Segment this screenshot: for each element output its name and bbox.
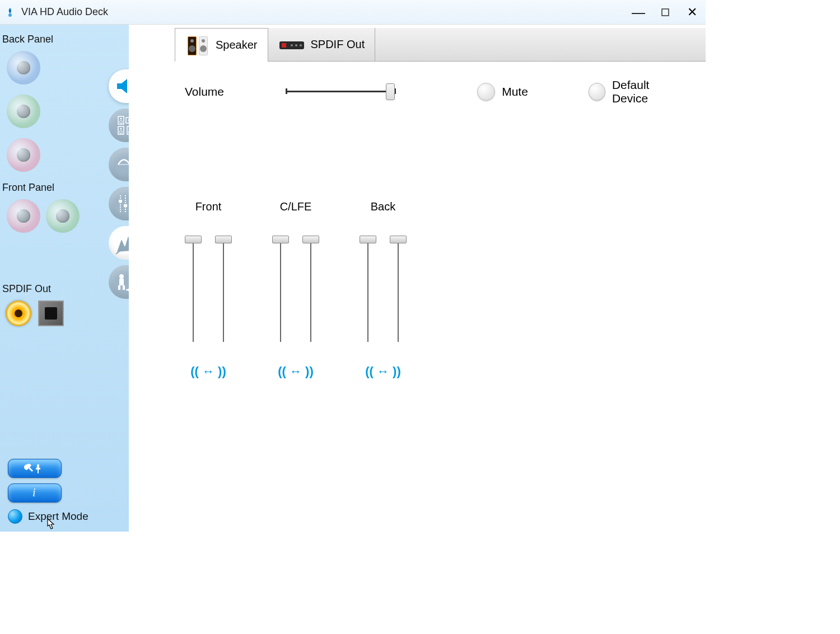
svg-rect-29 xyxy=(119,200,122,203)
device-tab-spdif[interactable]: SPDIF Out xyxy=(268,28,376,61)
back-jack-mic[interactable] xyxy=(7,138,40,172)
app-icon xyxy=(3,6,17,19)
mute-label: Mute xyxy=(502,85,528,98)
svg-rect-1 xyxy=(662,9,669,16)
expert-mode-indicator xyxy=(8,509,22,524)
info-button[interactable]: i xyxy=(8,483,62,502)
front-jack-mic[interactable] xyxy=(7,199,40,233)
window-close-button[interactable]: ✕ xyxy=(679,0,706,25)
channel-front-label: Front xyxy=(195,200,222,213)
window-minimize-button[interactable]: — xyxy=(625,0,652,25)
svg-rect-63 xyxy=(282,43,286,48)
device-tab-spdif-label: SPDIF Out xyxy=(311,38,365,51)
mute-radio[interactable]: Mute xyxy=(477,83,528,101)
main-area: Speaker SPDIF Out Volume Mute xyxy=(129,25,706,532)
svg-rect-31 xyxy=(124,204,127,207)
channel-front: Front (( ↔ )) xyxy=(185,200,232,379)
left-panel: Back Panel Front Panel SPDIF Out i xyxy=(0,25,129,532)
titlebar: VIA HD Audio Deck — ✕ xyxy=(0,0,706,25)
tools-icon xyxy=(22,462,47,475)
master-volume-slider[interactable] xyxy=(286,85,396,98)
channel-back-label: Back xyxy=(371,200,395,213)
svg-point-0 xyxy=(8,13,12,17)
window-title: VIA HD Audio Deck xyxy=(21,6,108,18)
channel-sliders: Front (( ↔ )) C/LFE (( ↔ )) xyxy=(185,200,683,379)
svg-point-44 xyxy=(119,274,124,279)
device-tab-speaker[interactable]: Speaker xyxy=(175,28,268,62)
svg-point-60 xyxy=(202,39,205,43)
channel-back: Back (( ↔ )) xyxy=(360,200,407,379)
svg-rect-2 xyxy=(37,464,39,468)
svg-point-61 xyxy=(200,45,207,52)
svg-rect-6 xyxy=(117,83,122,89)
svg-point-66 xyxy=(300,44,302,46)
channel-lfe-slider[interactable] xyxy=(302,236,319,342)
cursor-icon xyxy=(44,518,58,532)
svg-marker-7 xyxy=(122,79,127,93)
expert-mode-label: Expert Mode xyxy=(28,510,88,523)
svg-text:i: i xyxy=(32,486,36,499)
svg-point-64 xyxy=(291,44,293,46)
default-device-radio[interactable]: Default Device xyxy=(589,78,683,105)
svg-point-11 xyxy=(120,118,122,120)
channel-clfe-label: C/LFE xyxy=(280,200,312,213)
svg-rect-46 xyxy=(118,285,120,290)
channel-back-left-slider[interactable] xyxy=(360,236,376,342)
window-maximize-button[interactable] xyxy=(652,0,679,25)
svg-point-65 xyxy=(295,44,297,46)
svg-point-20 xyxy=(120,131,123,134)
svg-point-12 xyxy=(120,121,123,124)
channel-back-right-slider[interactable] xyxy=(390,236,407,342)
back-panel-heading: Back Panel xyxy=(2,34,129,45)
speaker-icon xyxy=(185,33,210,58)
channel-front-right-slider[interactable] xyxy=(215,236,232,342)
device-tabs: Speaker SPDIF Out xyxy=(175,28,706,62)
svg-point-57 xyxy=(189,45,195,52)
channel-clfe: C/LFE (( ↔ )) xyxy=(272,200,319,379)
svg-point-19 xyxy=(120,128,122,130)
device-tab-speaker-label: Speaker xyxy=(216,39,258,51)
channel-back-link-button[interactable]: (( ↔ )) xyxy=(365,364,401,379)
tools-button[interactable] xyxy=(8,459,62,478)
svg-rect-47 xyxy=(123,285,125,290)
svg-rect-3 xyxy=(36,468,40,469)
front-jack-headphone[interactable] xyxy=(46,199,80,233)
volume-label: Volume xyxy=(185,85,263,98)
info-icon: i xyxy=(28,486,41,500)
back-jack-line-in[interactable] xyxy=(7,51,40,84)
channel-clfe-link-button[interactable]: (( ↔ )) xyxy=(278,364,314,379)
spdif-device-icon xyxy=(278,37,305,53)
svg-point-56 xyxy=(190,39,194,43)
svg-rect-4 xyxy=(38,469,39,473)
spdif-optical-jack[interactable] xyxy=(38,300,64,326)
channel-front-left-slider[interactable] xyxy=(185,236,202,342)
svg-rect-45 xyxy=(119,279,124,285)
back-jack-line-out[interactable] xyxy=(7,95,40,128)
master-volume-thumb[interactable] xyxy=(386,83,395,100)
spdif-coaxial-jack[interactable] xyxy=(6,300,31,326)
expert-mode-toggle[interactable]: Expert Mode xyxy=(8,509,88,524)
channel-center-slider[interactable] xyxy=(272,236,289,342)
channel-front-link-button[interactable]: (( ↔ )) xyxy=(190,364,226,379)
default-device-label: Default Device xyxy=(612,78,683,105)
